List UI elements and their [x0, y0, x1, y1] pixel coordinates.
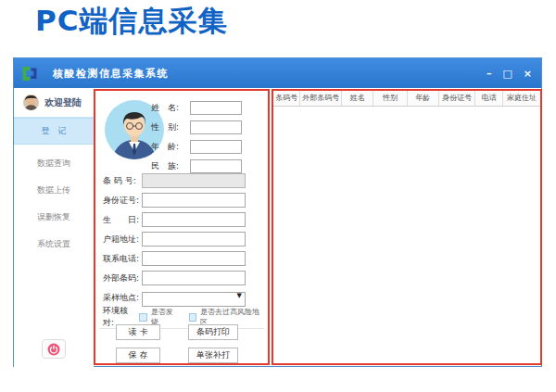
external-barcode-label: 外部条码: — [103, 272, 142, 285]
sidebar: 欢迎登陆 登 记 数据查询 数据上传 误删恢复 系统设置 — [14, 88, 94, 367]
phone-label: 联系电话: — [103, 253, 142, 265]
name-input[interactable] — [190, 101, 242, 115]
col-id-number[interactable]: 身份证号 — [439, 91, 475, 106]
id-number-label: 身份证号: — [103, 195, 142, 207]
single-reprint-button[interactable]: 单张补打 — [188, 348, 238, 363]
form-row-id-number: 身份证号: — [103, 193, 246, 208]
name-label: 姓 名: — [151, 102, 190, 114]
close-icon[interactable]: × — [524, 69, 532, 79]
sidebar-item-data-query[interactable]: 数据查询 — [14, 150, 94, 177]
external-barcode-input[interactable] — [142, 271, 246, 285]
birthday-label: 生 日: — [103, 214, 142, 226]
barcode-print-button[interactable]: 条码打印 — [188, 324, 238, 340]
form-row-sampling-location: 采样地点: ▼ — [103, 290, 246, 305]
power-icon — [47, 343, 60, 356]
form-row-birthday: 生 日: — [103, 212, 246, 227]
phone-input[interactable] — [142, 251, 246, 266]
form-row-household-address: 户籍地址: — [103, 232, 246, 247]
welcome-label: 欢迎登陆 — [44, 96, 82, 109]
form-row-phone: 联系电话: — [103, 251, 246, 266]
col-gender[interactable]: 性别 — [373, 91, 407, 106]
age-input[interactable] — [190, 140, 242, 154]
form-row-name: 姓 名: — [151, 101, 242, 115]
records-table-panel: 条码号 外部条码号 姓名 性别 年龄 身份证号 电话 家庭住址 — [272, 89, 542, 365]
col-age[interactable]: 年龄 — [408, 91, 439, 106]
col-home-address[interactable]: 家庭住址 — [503, 91, 540, 106]
age-label: 年 龄: — [151, 141, 190, 153]
save-button[interactable]: 保 存 — [116, 348, 160, 363]
app-logo-icon — [21, 67, 38, 81]
sampling-location-label: 采样地点: — [103, 292, 142, 304]
maximize-icon[interactable]: □ — [502, 69, 512, 79]
gender-label: 性 别: — [151, 121, 190, 133]
household-address-label: 户籍地址: — [103, 234, 142, 246]
birthday-input[interactable] — [142, 212, 246, 227]
ethnicity-input[interactable] — [190, 159, 242, 173]
barcode-label: 条 码 号: — [103, 175, 142, 187]
fever-checkbox[interactable] — [139, 313, 146, 322]
sidebar-item-data-upload[interactable]: 数据上传 — [14, 177, 94, 204]
col-barcode[interactable]: 条码号 — [273, 91, 300, 106]
barcode-input — [142, 173, 246, 188]
minimize-icon[interactable]: – — [486, 69, 492, 79]
household-address-input[interactable] — [142, 232, 246, 247]
col-external-barcode[interactable]: 外部条码号 — [300, 91, 341, 106]
col-phone[interactable]: 电话 — [475, 91, 502, 106]
table-header-row: 条码号 外部条码号 姓名 性别 年龄 身份证号 电话 家庭住址 — [273, 91, 540, 107]
window-controls: – □ × — [486, 58, 532, 88]
high-risk-area-checkbox[interactable] — [189, 313, 196, 322]
app-window: 核酸检测信息采集系统 – □ × 欢迎登陆 登 记 数据查询 数据上传 误删恢复… — [13, 57, 542, 367]
sidebar-item-settings[interactable]: 系统设置 — [14, 231, 94, 258]
environment-check-row: 环境核对: 是否发烧 是否去过高风险地区 — [103, 311, 268, 322]
form-row-barcode: 条 码 号: — [103, 173, 246, 188]
gender-input[interactable] — [190, 120, 242, 134]
form-row-ethnicity: 民 族: — [151, 159, 242, 173]
user-avatar-icon — [23, 95, 39, 110]
power-button[interactable] — [42, 339, 66, 359]
sidebar-item-undelete[interactable]: 误删恢复 — [14, 204, 94, 231]
window-title: 核酸检测信息采集系统 — [53, 67, 169, 81]
registration-form-panel: 姓 名: 性 别: 年 龄: 民 族: 条 码 号: 身份证号: 生 日: — [94, 89, 270, 365]
read-card-button[interactable]: 读 卡 — [116, 324, 160, 340]
sidebar-item-register[interactable]: 登 记 — [14, 118, 94, 145]
form-row-age: 年 龄: — [151, 140, 242, 154]
form-row-gender: 性 别: — [151, 120, 242, 134]
form-row-external-barcode: 外部条码: — [103, 271, 246, 285]
page-title: PC端信息采集 — [35, 2, 227, 41]
id-number-input[interactable] — [142, 193, 246, 208]
window-titlebar[interactable]: 核酸检测信息采集系统 – □ × — [14, 58, 541, 88]
col-name[interactable]: 姓名 — [342, 91, 373, 106]
ethnicity-label: 民 族: — [151, 160, 190, 172]
sampling-location-select[interactable] — [142, 292, 246, 307]
welcome-row: 欢迎登陆 — [14, 88, 94, 118]
